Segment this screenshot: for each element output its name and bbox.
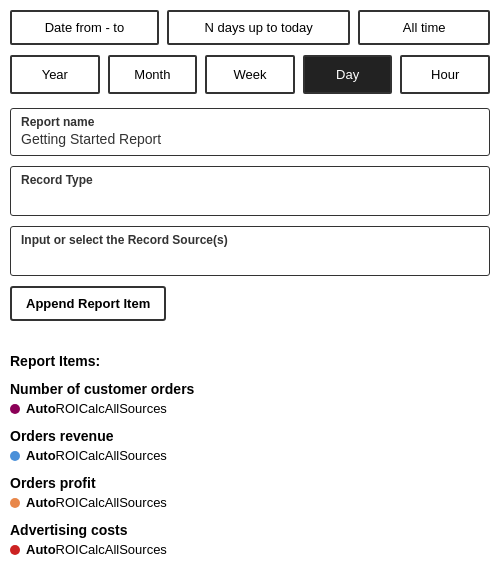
n-days-button[interactable]: N days up to today [167, 10, 350, 45]
report-item-name-orders-revenue: Orders revenue [10, 428, 490, 444]
report-item-orders-profit: Orders profit AutoROICalcAllSources [10, 475, 490, 510]
year-button[interactable]: Year [10, 55, 100, 94]
month-button[interactable]: Month [108, 55, 198, 94]
source-text-advertising-costs: AutoROICalcAllSources [26, 542, 167, 557]
append-report-item-button[interactable]: Append Report Item [10, 286, 166, 321]
source-text-orders-profit: AutoROICalcAllSources [26, 495, 167, 510]
report-item-customer-orders: Number of customer orders AutoROICalcAll… [10, 381, 490, 416]
source-text-customer-orders: AutoROICalcAllSources [26, 401, 167, 416]
dot-advertising-costs [10, 545, 20, 555]
week-button[interactable]: Week [205, 55, 295, 94]
dot-orders-revenue [10, 451, 20, 461]
report-name-input[interactable] [21, 131, 479, 147]
record-type-field: Record Type [10, 166, 490, 216]
report-items-section: Report Items: Number of customer orders … [10, 353, 490, 557]
period-row: Year Month Week Day Hour [10, 55, 490, 94]
hour-button[interactable]: Hour [400, 55, 490, 94]
date-range-row: Date from - to N days up to today All ti… [10, 10, 490, 45]
report-name-label: Report name [21, 115, 479, 129]
report-item-name-customer-orders: Number of customer orders [10, 381, 490, 397]
report-item-source-orders-revenue: AutoROICalcAllSources [10, 448, 490, 463]
record-source-label: Input or select the Record Source(s) [21, 233, 479, 247]
record-type-label: Record Type [21, 173, 479, 187]
report-items-title: Report Items: [10, 353, 490, 369]
source-text-orders-revenue: AutoROICalcAllSources [26, 448, 167, 463]
report-item-advertising-costs: Advertising costs AutoROICalcAllSources [10, 522, 490, 557]
date-from-to-button[interactable]: Date from - to [10, 10, 159, 45]
day-button[interactable]: Day [303, 55, 393, 94]
report-item-orders-revenue: Orders revenue AutoROICalcAllSources [10, 428, 490, 463]
report-item-source-orders-profit: AutoROICalcAllSources [10, 495, 490, 510]
all-time-button[interactable]: All time [358, 10, 490, 45]
report-item-source-customer-orders: AutoROICalcAllSources [10, 401, 490, 416]
dot-customer-orders [10, 404, 20, 414]
record-source-field: Input or select the Record Source(s) [10, 226, 490, 276]
report-item-name-advertising-costs: Advertising costs [10, 522, 490, 538]
report-item-name-orders-profit: Orders profit [10, 475, 490, 491]
report-item-source-advertising-costs: AutoROICalcAllSources [10, 542, 490, 557]
report-name-field: Report name [10, 108, 490, 156]
dot-orders-profit [10, 498, 20, 508]
